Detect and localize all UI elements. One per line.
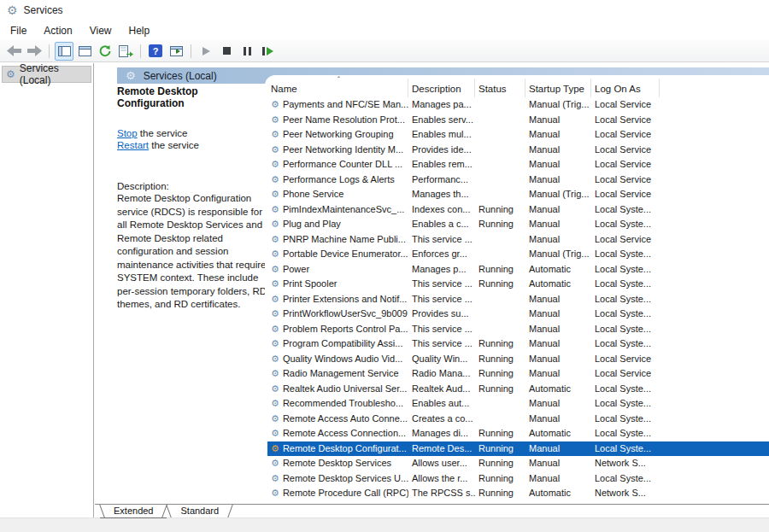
restart-service-button[interactable] — [258, 42, 277, 61]
table-row[interactable]: ⚙Remote Desktop ServicesAllows user...Ru… — [267, 456, 769, 471]
service-startup-type-cell: Manual — [525, 202, 591, 218]
table-row[interactable]: ⚙Program Compatibility Assi...This servi… — [267, 336, 769, 352]
start-service-button[interactable] — [197, 42, 215, 61]
service-status-cell: Running — [475, 486, 525, 501]
toolbar-separator — [49, 44, 50, 58]
service-startup-type-cell: Manual — [525, 396, 591, 412]
service-log-on-as-cell: Local Service — [591, 113, 660, 128]
table-row[interactable]: ⚙Radio Management ServiceRadio Mana...Ru… — [267, 366, 769, 382]
service-gear-icon: ⚙ — [271, 414, 279, 424]
menu-file[interactable]: File — [2, 22, 35, 39]
table-row[interactable]: ⚙Remote Desktop Services U...Allows the … — [267, 471, 769, 487]
service-name-cell: ⚙PNRP Machine Name Publi... — [267, 232, 408, 248]
back-icon — [7, 45, 21, 56]
table-row[interactable]: ⚙Printer Extensions and Notif...This ser… — [267, 292, 769, 307]
service-log-on-as-cell: Local Service — [591, 172, 660, 188]
export-list-button[interactable] — [116, 42, 135, 61]
service-status-cell — [475, 172, 525, 188]
menu-help[interactable]: Help — [120, 22, 159, 39]
table-row[interactable]: ⚙Phone ServiceManages th...Manual (Trig.… — [267, 187, 769, 202]
table-row[interactable]: ⚙Peer Name Resolution Prot...Enables ser… — [267, 113, 769, 128]
services-gear-icon: ⚙ — [126, 70, 136, 81]
restart-service-link[interactable]: Restart — [117, 140, 149, 150]
table-row[interactable]: ⚙Remote Access Auto Conne...Creates a co… — [267, 412, 769, 427]
table-row[interactable]: ⚙Peer Networking GroupingEnables mul...M… — [267, 127, 769, 143]
service-description-cell: This service ... — [408, 292, 475, 307]
table-header: ˆ Name Description Status Startup Type L… — [267, 75, 769, 97]
stop-service-link[interactable]: Stop — [117, 128, 138, 138]
menu-action[interactable]: Action — [35, 22, 80, 39]
service-log-on-as-cell: Local Syste... — [591, 262, 660, 278]
refresh-icon — [98, 44, 112, 58]
show-console-tree-button[interactable] — [55, 42, 73, 61]
service-startup-type-cell: Manual — [525, 143, 591, 158]
table-row[interactable]: ⚙Peer Networking Identity M...Provides i… — [267, 143, 769, 158]
service-description-cell: Quality Win... — [408, 352, 475, 367]
table-row[interactable]: ⚙Remote Desktop Configurat...Remote Des.… — [267, 441, 769, 457]
table-row[interactable]: ⚙Performance Counter DLL ...Enables rem.… — [267, 157, 769, 172]
service-status-cell: Running — [475, 352, 525, 367]
forward-icon — [27, 45, 42, 56]
column-header-log-on-as[interactable]: Log On As — [591, 79, 660, 97]
service-description-cell: Provides ide... — [408, 143, 475, 158]
table-row[interactable]: ⚙Performance Logs & AlertsPerformanc...M… — [267, 172, 769, 188]
table-row[interactable]: ⚙Remote Access Connection...Manages di..… — [267, 426, 769, 441]
show-action-pane-button[interactable] — [167, 42, 185, 61]
properties-button[interactable] — [75, 42, 94, 61]
column-header-status[interactable]: Status — [475, 79, 525, 97]
service-description-cell: Manages p... — [408, 262, 475, 278]
service-gear-icon: ⚙ — [271, 429, 279, 438]
stop-service-button[interactable] — [217, 42, 236, 61]
table-row[interactable]: ⚙PNRP Machine Name Publi...This service … — [267, 232, 769, 248]
table-row[interactable]: ⚙Recommended Troublesho...Enables aut...… — [267, 396, 769, 412]
service-name-cell: ⚙Payments and NFC/SE Man... — [267, 97, 408, 113]
table-row[interactable]: ⚙Print SpoolerThis service ...RunningAut… — [267, 277, 769, 292]
service-description-cell: Indexes con... — [408, 202, 475, 218]
description-label: Description: — [117, 181, 267, 191]
table-row[interactable]: ⚙Realtek Audio Universal Ser...Realtek A… — [267, 382, 769, 397]
service-name-cell: ⚙Radio Management Service — [267, 366, 408, 382]
menu-view[interactable]: View — [81, 22, 120, 39]
table-row[interactable]: ⚙PimIndexMaintenanceSvc_...Indexes con..… — [267, 202, 769, 218]
service-log-on-as-cell: Local Syste... — [591, 396, 660, 412]
content-area: ⚙ Services (Local) ⚙ Services (Local) Re… — [0, 63, 769, 517]
service-gear-icon: ⚙ — [271, 444, 279, 453]
service-description-cell: Provides su... — [408, 307, 475, 322]
service-status-cell — [475, 157, 525, 172]
services-window: ⚙ Services File Action View Help ? — [0, 0, 769, 532]
tab-standard[interactable]: Standard — [167, 505, 232, 518]
column-header-startup-type[interactable]: Startup Type — [525, 79, 591, 97]
service-status-cell — [475, 396, 525, 412]
service-name-cell: ⚙Realtek Audio Universal Ser... — [267, 382, 408, 397]
forward-button[interactable] — [25, 42, 44, 61]
service-gear-icon: ⚙ — [271, 474, 279, 483]
back-button[interactable] — [4, 42, 23, 61]
restart-service-suffix: the service — [149, 140, 199, 150]
banner-title: Services (Local) — [144, 70, 217, 82]
table-row[interactable]: ⚙Quality Windows Audio Vid...Quality Win… — [267, 352, 769, 367]
tab-extended[interactable]: Extended — [100, 505, 167, 518]
table-row[interactable]: ⚙Plug and PlayEnables a c...RunningManua… — [267, 217, 769, 232]
service-gear-icon: ⚙ — [271, 295, 279, 304]
table-row[interactable]: ⚙Remote Procedure Call (RPC)The RPCSS s.… — [267, 486, 769, 501]
table-row[interactable]: ⚙Portable Device Enumerator...Enforces g… — [267, 247, 769, 262]
service-name-cell: ⚙Performance Counter DLL ... — [267, 157, 408, 172]
pause-service-button[interactable] — [238, 42, 256, 61]
table-row[interactable]: ⚙Payments and NFC/SE Man...Manages pa...… — [267, 97, 769, 113]
title-bar: ⚙ Services — [0, 0, 769, 20]
service-status-cell: Running — [475, 441, 525, 457]
sidebar-item-services-local[interactable]: ⚙ Services (Local) — [2, 66, 91, 83]
service-status-cell: Running — [475, 366, 525, 382]
refresh-button[interactable] — [96, 42, 114, 61]
table-row[interactable]: ⚙Problem Reports Control Pa...This servi… — [267, 322, 769, 337]
table-row[interactable]: ⚙PowerManages p...RunningAutomaticLocal … — [267, 262, 769, 278]
service-description-cell: Enables a c... — [408, 217, 475, 232]
service-description-cell: Allows user... — [408, 456, 475, 471]
column-header-description[interactable]: Description — [408, 79, 475, 97]
service-startup-type-cell: Manual — [525, 172, 591, 188]
table-row[interactable]: ⚙PrintWorkflowUserSvc_9b009Provides su..… — [267, 307, 769, 322]
service-status-cell: Running — [475, 471, 525, 487]
service-status-cell — [475, 127, 525, 143]
service-description-cell: Enables mul... — [408, 127, 475, 143]
help-button[interactable]: ? — [146, 42, 165, 61]
